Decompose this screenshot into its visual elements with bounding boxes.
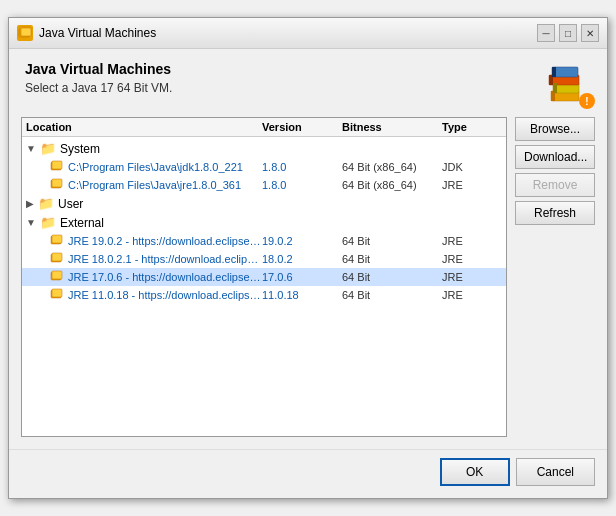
- item-bitness-jre18: 64 Bit: [342, 253, 442, 265]
- item-version-jre11: 11.0.18: [262, 289, 342, 301]
- item-label-jre19: JRE 19.0.2 - https://download.eclipse.or…: [68, 235, 262, 247]
- dialog-header: Java Virtual Machines Select a Java 17 6…: [9, 49, 607, 117]
- chevron-external: ▼: [26, 217, 36, 228]
- dialog-subtitle: Select a Java 17 64 Bit VM.: [25, 81, 172, 95]
- remove-button[interactable]: Remove: [515, 173, 595, 197]
- svg-rect-14: [52, 179, 62, 187]
- java-vm-dialog: Java Virtual Machines ─ □ ✕ Java Virtual…: [8, 17, 608, 499]
- item-type-jdk221: JDK: [442, 161, 502, 173]
- jre-icon-3: [50, 252, 64, 266]
- dialog-footer: OK Cancel: [9, 449, 607, 498]
- vm-list-panel[interactable]: Location Version Bitness Type ▼ 📁 System: [21, 117, 507, 437]
- col-location: Location: [26, 121, 262, 133]
- group-user-label: User: [58, 197, 83, 211]
- header-icon-container: !: [543, 61, 591, 109]
- item-location-jre18: JRE 18.0.2.1 - https://download.eclipse.…: [50, 252, 262, 266]
- item-version-jre18: 18.0.2: [262, 253, 342, 265]
- svg-rect-16: [52, 235, 62, 243]
- svg-rect-10: [552, 67, 556, 77]
- vm-item-jre361[interactable]: C:\Program Files\Java\jre1.8.0_361 1.8.0…: [22, 176, 506, 194]
- item-version-jre361: 1.8.0: [262, 179, 342, 191]
- item-location-jre11: JRE 11.0.18 - https://download.eclipse.o…: [50, 288, 262, 302]
- item-label-jre18: JRE 18.0.2.1 - https://download.eclipse.…: [68, 253, 262, 265]
- title-bar-text: Java Virtual Machines: [39, 26, 156, 40]
- item-type-jre361: JRE: [442, 179, 502, 191]
- dialog-title: Java Virtual Machines: [25, 61, 172, 77]
- header-text: Java Virtual Machines Select a Java 17 6…: [25, 61, 172, 95]
- svg-rect-12: [52, 161, 62, 169]
- item-bitness-jre17: 64 Bit: [342, 271, 442, 283]
- ok-button[interactable]: OK: [440, 458, 510, 486]
- group-external-label: External: [60, 216, 104, 230]
- svg-rect-8: [553, 83, 557, 93]
- item-label-jre17: JRE 17.0.6 - https://download.eclipse.or…: [68, 271, 262, 283]
- group-system[interactable]: ▼ 📁 System: [22, 139, 506, 158]
- action-buttons: Browse... Download... Remove Refresh: [515, 117, 595, 437]
- tree-header: Location Version Bitness Type: [22, 118, 506, 137]
- folder-external-icon: 📁: [40, 215, 56, 230]
- group-user[interactable]: ▶ 📁 User: [22, 194, 506, 213]
- item-location-jdk221: C:\Program Files\Java\jdk1.8.0_221: [50, 160, 262, 174]
- browse-button[interactable]: Browse...: [515, 117, 595, 141]
- svg-rect-20: [52, 271, 62, 279]
- folder-system-icon: 📁: [40, 141, 56, 156]
- item-label-jre11: JRE 11.0.18 - https://download.eclipse.o…: [68, 289, 262, 301]
- vm-item-jre17[interactable]: JRE 17.0.6 - https://download.eclipse.or…: [22, 268, 506, 286]
- col-version: Version: [262, 121, 342, 133]
- item-label-jre361: C:\Program Files\Java\jre1.8.0_361: [68, 179, 241, 191]
- jre-icon-2: [50, 234, 64, 248]
- col-type: Type: [442, 121, 502, 133]
- jdk-icon: [50, 160, 64, 174]
- refresh-button[interactable]: Refresh: [515, 201, 595, 225]
- cancel-button[interactable]: Cancel: [516, 458, 595, 486]
- vm-item-jre11[interactable]: JRE 11.0.18 - https://download.eclipse.o…: [22, 286, 506, 304]
- item-type-jre17: JRE: [442, 271, 502, 283]
- dialog-body: Location Version Bitness Type ▼ 📁 System: [9, 117, 607, 449]
- col-bitness: Bitness: [342, 121, 442, 133]
- folder-user-icon: 📁: [38, 196, 54, 211]
- group-external[interactable]: ▼ 📁 External: [22, 213, 506, 232]
- item-bitness-jdk221: 64 Bit (x86_64): [342, 161, 442, 173]
- title-controls: ─ □ ✕: [537, 24, 599, 42]
- item-type-jre18: JRE: [442, 253, 502, 265]
- svg-rect-18: [52, 253, 62, 261]
- chevron-system: ▼: [26, 143, 36, 154]
- title-bar-left: Java Virtual Machines: [17, 25, 156, 41]
- svg-rect-2: [21, 28, 31, 36]
- item-location-jre361: C:\Program Files\Java\jre1.8.0_361: [50, 178, 262, 192]
- item-type-jre11: JRE: [442, 289, 502, 301]
- chevron-user: ▶: [26, 198, 34, 209]
- item-bitness-jre361: 64 Bit (x86_64): [342, 179, 442, 191]
- minimize-button[interactable]: ─: [537, 24, 555, 42]
- item-bitness-jre11: 64 Bit: [342, 289, 442, 301]
- warning-badge: !: [579, 93, 595, 109]
- item-type-jre19: JRE: [442, 235, 502, 247]
- svg-rect-22: [52, 289, 62, 297]
- dialog-icon: [17, 25, 33, 41]
- vm-item-jre18[interactable]: JRE 18.0.2.1 - https://download.eclipse.…: [22, 250, 506, 268]
- tree-content: ▼ 📁 System C:\Program Files\Java\jdk1.8.…: [22, 137, 506, 306]
- item-bitness-jre19: 64 Bit: [342, 235, 442, 247]
- title-bar: Java Virtual Machines ─ □ ✕: [9, 18, 607, 49]
- item-version-jre17: 17.0.6: [262, 271, 342, 283]
- jre-icon-4: [50, 270, 64, 284]
- jre-icon-5: [50, 288, 64, 302]
- item-location-jre17: JRE 17.0.6 - https://download.eclipse.or…: [50, 270, 262, 284]
- item-version-jdk221: 1.8.0: [262, 161, 342, 173]
- vm-item-jdk221[interactable]: C:\Program Files\Java\jdk1.8.0_221 1.8.0…: [22, 158, 506, 176]
- download-button[interactable]: Download...: [515, 145, 595, 169]
- group-system-label: System: [60, 142, 100, 156]
- close-button[interactable]: ✕: [581, 24, 599, 42]
- item-version-jre19: 19.0.2: [262, 235, 342, 247]
- item-label-jdk221: C:\Program Files\Java\jdk1.8.0_221: [68, 161, 243, 173]
- vm-item-jre19[interactable]: JRE 19.0.2 - https://download.eclipse.or…: [22, 232, 506, 250]
- maximize-button[interactable]: □: [559, 24, 577, 42]
- jre-icon-1: [50, 178, 64, 192]
- item-location-jre19: JRE 19.0.2 - https://download.eclipse.or…: [50, 234, 262, 248]
